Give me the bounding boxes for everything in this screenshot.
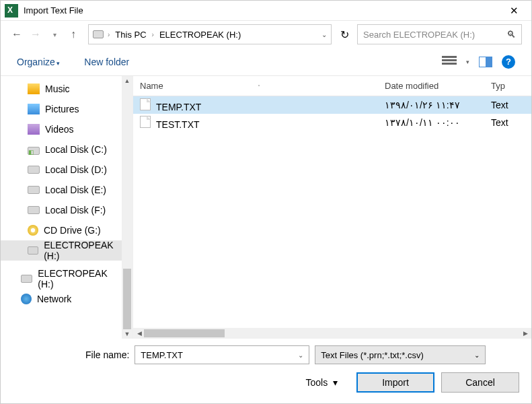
file-date: ۱۳۹۸/۰۱/۲۶ ۱۱:۴۷: [378, 100, 484, 110]
import-button[interactable]: Import: [356, 372, 434, 393]
cd-icon: [28, 225, 38, 236]
column-type[interactable]: Typ: [484, 81, 531, 91]
sidebar-item[interactable]: ELECTROPEAK (H:): [1, 240, 122, 261]
dialog-title: Import Text File: [24, 5, 500, 15]
sidebar-item-label: Pictures: [45, 104, 79, 114]
search-placeholder: Search ELECTROPEAK (H:): [363, 30, 475, 40]
sidebar-item-label: ELECTROPEAK (H:): [38, 268, 122, 290]
tools-menu[interactable]: Tools ▾: [306, 377, 338, 388]
view-dropdown[interactable]: ▾: [466, 59, 469, 65]
chevron-right-icon[interactable]: ›: [108, 31, 110, 38]
sort-indicator-icon: ˄: [258, 84, 260, 90]
file-pane: Name˄ Date modified Typ TEMP.TXT۱۳۹۸/۰۱/…: [132, 76, 531, 339]
filename-input[interactable]: TEMP.TXT ⌄: [135, 345, 309, 364]
drive-icon: [93, 30, 104, 38]
network-icon: [21, 294, 32, 304]
up-button[interactable]: ↑: [67, 28, 80, 40]
filename-label: File name:: [85, 349, 129, 360]
preview-pane-button[interactable]: [479, 57, 492, 67]
sidebar-item[interactable]: ELECTROPEAK (H:): [1, 269, 122, 289]
new-folder-button[interactable]: New folder: [84, 57, 129, 67]
close-button[interactable]: ✕: [500, 5, 527, 17]
cancel-button[interactable]: Cancel: [441, 372, 519, 393]
file-date: ۱۳۷۸/۱۰/۱۱ ۰۰:۰۰: [378, 117, 484, 128]
sidebar-item-label: Local Disk (D:): [45, 164, 107, 175]
scroll-thumb[interactable]: [123, 269, 131, 329]
address-bar[interactable]: › This PC › ELECTROPEAK (H:) ⌄: [88, 24, 332, 44]
filename-value: TEMP.TXT: [141, 350, 183, 360]
sidebar-item-label: Local Disk (C:): [45, 144, 107, 155]
organize-menu[interactable]: Organize: [17, 57, 60, 67]
history-dropdown[interactable]: ▾: [48, 31, 61, 38]
sidebar-item[interactable]: Pictures: [1, 99, 122, 119]
drive-icon: [28, 206, 40, 214]
file-name: TEST.TXT: [156, 119, 200, 130]
sidebar-item-label: Local Disk (E:): [45, 184, 106, 195]
column-headers: Name˄ Date modified Typ: [133, 76, 531, 96]
file-row[interactable]: TEST.TXT۱۳۷۸/۱۰/۱۱ ۰۰:۰۰Text: [133, 114, 531, 131]
sidebar-item-label: Local Disk (F:): [45, 205, 106, 215]
search-input[interactable]: Search ELECTROPEAK (H:) 🔍︎: [357, 24, 522, 44]
sidebar: MusicPicturesVideosLocal Disk (C:)Local …: [1, 76, 132, 339]
filename-dropdown[interactable]: ⌄: [298, 351, 303, 359]
back-button[interactable]: ←: [10, 28, 24, 40]
body: MusicPicturesVideosLocal Disk (C:)Local …: [1, 76, 531, 339]
videos-icon: [28, 124, 40, 135]
sidebar-item[interactable]: Videos: [1, 119, 122, 139]
sidebar-item[interactable]: Local Disk (F:): [1, 200, 122, 220]
localdisk-icon: [28, 147, 40, 155]
file-icon: [140, 116, 151, 128]
breadcrumb-root[interactable]: This PC: [114, 30, 147, 40]
scroll-up-icon[interactable]: ▲: [124, 77, 130, 84]
import-text-file-dialog: Import Text File ✕ ← → ▾ ↑ › This PC › E…: [0, 0, 532, 404]
file-name: TEMP.TXT: [156, 102, 201, 112]
titlebar: Import Text File ✕: [1, 1, 531, 21]
nav-arrows: ← → ▾ ↑: [10, 28, 80, 40]
drive-icon: [21, 275, 32, 283]
sidebar-item-label: ELECTROPEAK (H:): [44, 240, 122, 261]
address-dropdown[interactable]: ⌄: [321, 31, 327, 38]
scroll-down-icon[interactable]: ▼: [124, 331, 130, 337]
chevron-down-icon: ⌄: [474, 351, 480, 359]
scroll-left-icon[interactable]: ◀: [135, 330, 144, 337]
file-row[interactable]: TEMP.TXT۱۳۹۸/۰۱/۲۶ ۱۱:۴۷Text: [133, 96, 531, 114]
scroll-right-icon[interactable]: ▶: [521, 330, 530, 337]
filetype-filter[interactable]: Text Files (*.prn;*.txt;*.csv) ⌄: [315, 345, 486, 364]
file-list: TEMP.TXT۱۳۹۸/۰۱/۲۶ ۱۱:۴۷TextTEST.TXT۱۳۷۸…: [133, 96, 531, 328]
music-icon: [28, 83, 40, 94]
nav-row: ← → ▾ ↑ › This PC › ELECTROPEAK (H:) ⌄ ↻…: [1, 21, 531, 48]
file-icon: [140, 98, 151, 110]
sidebar-item[interactable]: CD Drive (G:): [1, 220, 122, 240]
scroll-thumb[interactable]: [144, 329, 225, 337]
excel-icon: [5, 4, 18, 18]
sidebar-item[interactable]: Network: [1, 289, 122, 309]
sidebar-item-label: CD Drive (G:): [44, 225, 101, 236]
pictures-icon: [28, 104, 40, 114]
column-name[interactable]: Name˄: [133, 81, 378, 91]
horizontal-scrollbar[interactable]: ◀ ▶: [133, 328, 531, 339]
drive-icon: [28, 166, 40, 174]
drive-icon: [28, 246, 38, 255]
nav-tree: MusicPicturesVideosLocal Disk (C:)Local …: [1, 76, 122, 339]
file-type: Text: [484, 117, 531, 128]
button-row: Tools ▾ Import Cancel: [13, 372, 519, 393]
file-type: Text: [484, 100, 531, 110]
drive-icon: [28, 186, 40, 194]
sidebar-item[interactable]: Music: [1, 79, 122, 99]
sidebar-item[interactable]: Local Disk (C:): [1, 139, 122, 160]
forward-button[interactable]: →: [29, 28, 42, 40]
help-button[interactable]: ?: [502, 55, 515, 69]
bottom-panel: File name: TEMP.TXT ⌄ Text Files (*.prn;…: [1, 339, 531, 403]
view-options-button[interactable]: [442, 56, 457, 68]
chevron-right-icon[interactable]: ›: [152, 31, 154, 38]
column-date[interactable]: Date modified: [378, 81, 484, 91]
search-icon[interactable]: 🔍︎: [506, 29, 516, 40]
filter-value: Text Files (*.prn;*.txt;*.csv): [321, 350, 423, 360]
sidebar-item[interactable]: Local Disk (E:): [1, 180, 122, 200]
sidebar-item[interactable]: Local Disk (D:): [1, 160, 122, 180]
filename-row: File name: TEMP.TXT ⌄ Text Files (*.prn;…: [13, 345, 519, 364]
sidebar-scrollbar[interactable]: ▲ ▼: [122, 76, 132, 339]
refresh-button[interactable]: ↻: [336, 24, 353, 44]
breadcrumb-current[interactable]: ELECTROPEAK (H:): [158, 30, 242, 40]
sidebar-item-label: Videos: [45, 124, 74, 135]
